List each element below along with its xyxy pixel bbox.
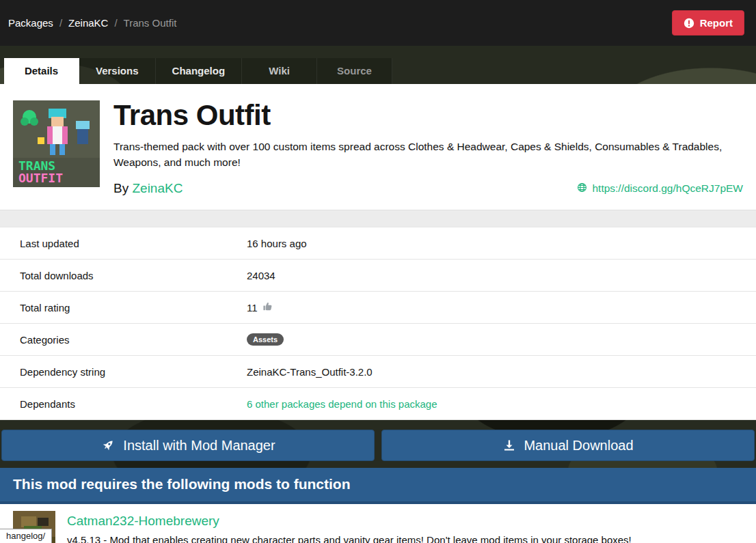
row-label: Categories [0,334,247,346]
row-label: Last updated [0,238,247,249]
dependency-item: Catman232-Homebrewery v4.5.13 - Mod that… [13,511,743,543]
breadcrumb-separator: / [114,17,117,29]
rocket-icon [100,438,116,453]
breadcrumb-separator: / [59,17,62,29]
dependency-text: Catman232-Homebrewery v4.5.13 - Mod that… [67,511,632,543]
tab-source[interactable]: Source [317,58,392,84]
tab-versions[interactable]: Versions [79,58,156,84]
breadcrumb-author[interactable]: ZeinaKC [68,17,108,29]
table-row-total-downloads: Total downloads 24034 [0,260,756,292]
breadcrumb: Packages / ZeinaKC / Trans Outfit [8,17,176,29]
download-button-label: Manual Download [524,438,633,454]
row-value: 6 other packages depend on this package [247,398,437,410]
row-label: Dependency string [0,366,247,378]
dependency-name-link[interactable]: Catman232-Homebrewery [67,514,219,529]
row-label: Dependants [0,398,247,410]
author-link[interactable]: ZeinaKC [132,181,183,195]
table-row-categories: Categories Assets [0,324,756,356]
rating-count: 11 [247,302,258,314]
dependencies-list: Catman232-Homebrewery v4.5.13 - Mod that… [0,504,756,543]
table-row-last-updated: Last updated 16 hours ago [0,227,756,260]
report-button[interactable]: Report [672,10,744,36]
package-info: Trans Outfit Trans-themed pack with over… [113,100,743,196]
row-value: 24034 [247,270,275,281]
action-buttons: Install with Mod Manager Manual Download [0,420,756,468]
dependants-link[interactable]: 6 other packages depend on this package [247,398,437,410]
row-value: Assets [247,333,284,346]
tab-wiki[interactable]: Wiki [242,58,317,84]
tab-changelog[interactable]: Changelog [156,58,243,84]
package-description: Trans-themed pack with over 100 custom i… [113,139,743,170]
details-table: Last updated 16 hours ago Total download… [0,227,756,420]
dependency-description: v4.5.13 - Mod that enables creating new … [67,534,632,543]
report-alert-icon [684,18,694,29]
category-badge[interactable]: Assets [247,333,284,346]
package-icon: TRANS OUTFIT [13,100,100,187]
manual-download-button[interactable]: Manual Download [381,430,755,461]
svg-text:OUTFIT: OUTFIT [18,171,63,185]
section-separator [0,210,756,227]
banner-band: Details Versions Changelog Wiki Source [0,46,756,84]
report-button-label: Report [700,17,733,29]
download-icon [502,438,516,452]
install-mod-manager-button[interactable]: Install with Mod Manager [1,430,375,461]
dependencies-header: This mod requires the following mods to … [0,468,756,504]
breadcrumb-packages[interactable]: Packages [8,17,53,29]
byline-row: By ZeinaKC https://discord.gg/hQceRJ7pEW [113,181,743,196]
table-row-dependants: Dependants 6 other packages depend on th… [0,388,756,420]
globe-icon [577,182,587,195]
by-label: By [113,181,129,195]
package-page: Packages / ZeinaKC / Trans Outfit Report… [0,0,756,543]
page-title: Trans Outfit [113,100,743,130]
row-value: 11 [247,301,273,314]
website-link[interactable]: https://discord.gg/hQceRJ7pEW [592,182,743,195]
tab-bar: Details Versions Changelog Wiki Source [4,58,392,84]
table-row-total-rating: Total rating 11 [0,292,756,324]
table-row-dependency-string: Dependency string ZeinaKC-Trans_Outfit-3… [0,356,756,388]
breadcrumb-current: Trans Outfit [124,17,177,29]
website-row: https://discord.gg/hQceRJ7pEW [577,182,743,195]
link-status-bar: hangelog/ [0,529,52,543]
thumbs-up-icon [262,301,273,314]
row-value: 16 hours ago [247,238,307,249]
install-button-label: Install with Mod Manager [123,438,275,454]
top-navbar: Packages / ZeinaKC / Trans Outfit Report [0,0,756,46]
package-header: TRANS OUTFIT Trans Outfit Trans-themed p… [0,84,756,210]
byline: By ZeinaKC [113,181,183,196]
row-value: ZeinaKC-Trans_Outfit-3.2.0 [247,366,373,378]
row-label: Total rating [0,302,247,314]
row-label: Total downloads [0,270,247,281]
tab-details[interactable]: Details [4,58,79,84]
